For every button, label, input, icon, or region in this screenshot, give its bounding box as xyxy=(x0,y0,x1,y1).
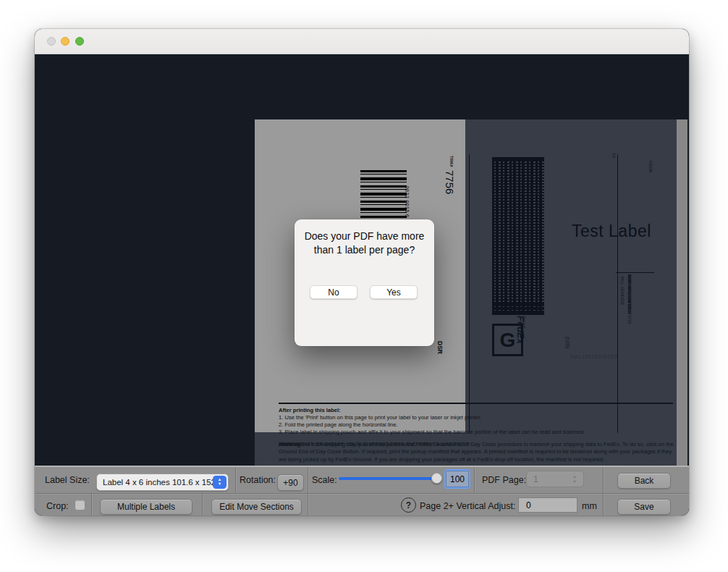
pdf-page-label: PDF Page: xyxy=(482,475,526,485)
titlebar[interactable] xyxy=(35,29,689,54)
toolbar: Label Size: Label 4 x 6 inches 101.6 x 1… xyxy=(35,466,689,516)
vertical-adjust-input[interactable] xyxy=(518,497,577,513)
scale-input[interactable] xyxy=(446,471,469,487)
rotation-label: Rotation: xyxy=(240,475,276,485)
back-button[interactable]: Back xyxy=(617,473,671,489)
zoom-button[interactable] xyxy=(75,37,84,46)
help-icon[interactable]: ? xyxy=(401,497,416,513)
toolbar-row-divider xyxy=(35,493,689,494)
label-size-dropdown[interactable]: Label 4 x 6 inches 101.6 x 152.... ▲▼ xyxy=(96,474,229,491)
desktop: 9622 0015 6 (000 1 TRK# 7756 2 4445 DSR … xyxy=(0,0,728,572)
dialog-message: Does your PDF have more than 1 label per… xyxy=(295,230,434,257)
multiple-labels-button[interactable]: Multiple Labels xyxy=(100,499,192,515)
vertical-adjust-label: Page 2+ Vertical Adjust: xyxy=(420,501,515,511)
divider xyxy=(308,493,308,516)
rotate-90-button[interactable]: +90 xyxy=(277,474,304,491)
dimmed-region-right xyxy=(465,119,677,491)
divider xyxy=(603,467,604,493)
mm-unit-label: mm xyxy=(582,501,597,511)
minimize-button[interactable] xyxy=(61,37,69,46)
page-edge-strip xyxy=(677,119,687,491)
label-count-dialog: Does your PDF have more than 1 label per… xyxy=(295,219,434,346)
divider xyxy=(202,493,203,516)
close-button[interactable] xyxy=(47,37,56,46)
divider xyxy=(308,467,308,493)
stepper-arrows-icon[interactable]: ▲▼ xyxy=(569,474,583,483)
crop-checkbox[interactable] xyxy=(75,500,85,510)
crop-label: Crop: xyxy=(46,501,69,511)
scale-label: Scale: xyxy=(312,475,337,485)
scale-slider-thumb[interactable] xyxy=(431,473,442,484)
dsr-code: DSR xyxy=(436,341,444,354)
dialog-message-line2: than 1 label per page? xyxy=(295,243,434,257)
no-button[interactable]: No xyxy=(310,285,357,299)
save-button[interactable]: Save xyxy=(617,499,671,515)
pdf-page-stepper[interactable]: 1 ▲▼ xyxy=(526,471,584,487)
dialog-message-line1: Does your PDF have more xyxy=(295,230,434,243)
divider xyxy=(603,493,604,516)
pdf-page-value: 1 xyxy=(527,474,569,484)
label-size-value: Label 4 x 6 inches 101.6 x 152.... xyxy=(97,478,213,487)
divider xyxy=(474,467,475,493)
trk-caption: TRK# xyxy=(449,156,454,167)
edit-move-sections-button[interactable]: Edit Move Sections xyxy=(211,499,302,515)
trk-number: 7756 xyxy=(444,170,456,194)
scale-field-focus-ring xyxy=(444,469,470,489)
label-size-label: Label Size: xyxy=(45,475,90,485)
divider xyxy=(235,467,236,493)
dropdown-stepper-icon: ▲▼ xyxy=(213,476,227,489)
divider xyxy=(91,493,92,516)
scale-slider[interactable] xyxy=(339,477,441,480)
yes-button[interactable]: Yes xyxy=(370,285,418,299)
